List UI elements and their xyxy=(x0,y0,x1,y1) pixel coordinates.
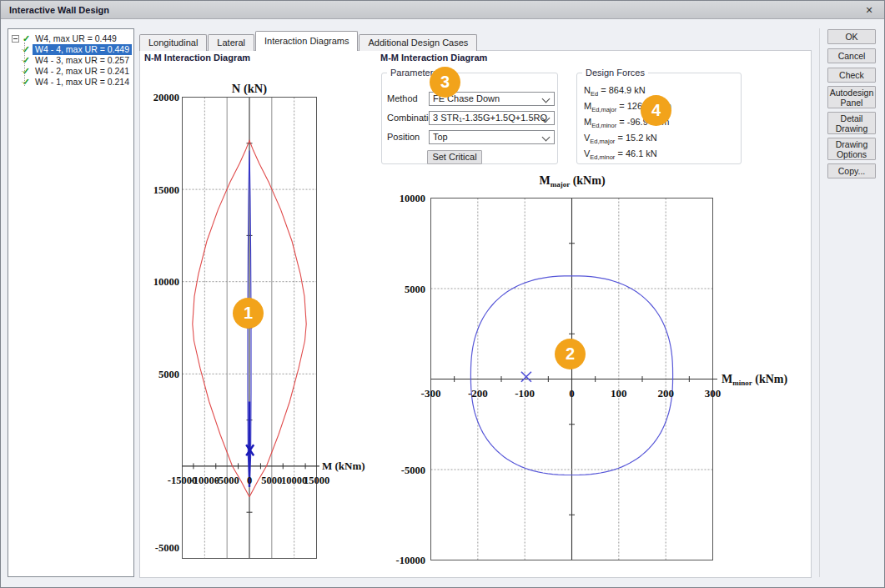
set-critical-button[interactable]: Set Critical xyxy=(427,150,482,164)
check-button[interactable]: Check xyxy=(827,68,876,83)
annotation-badge-4: 4 xyxy=(641,95,671,126)
tab-interaction-diagrams[interactable]: Interaction Diagrams xyxy=(255,31,359,51)
tree-item-label[interactable]: W4 - 1, max UR = 0.214 xyxy=(33,77,132,88)
close-icon[interactable]: ✕ xyxy=(862,3,876,17)
tree-root-row[interactable]: ✓ W4, max UR = 0.449 xyxy=(10,33,132,44)
position-label: Position xyxy=(387,132,420,142)
ok-button[interactable]: OK xyxy=(827,29,876,44)
tree-item[interactable]: ✓ W4 - 4, max UR = 0.449 xyxy=(10,44,132,55)
collapse-toggle-icon[interactable] xyxy=(12,35,19,43)
tab-longitudinal[interactable]: Longitudinal xyxy=(139,34,207,51)
annotation-badge-2: 2 xyxy=(555,339,586,369)
detail-drawing-button[interactable]: Detail Drawing xyxy=(827,112,876,134)
design-forces-legend: Design Forces xyxy=(582,68,648,78)
combination-dropdown[interactable]: 3 STR₁-1.35G+1.5Q+1.5RQ xyxy=(429,111,555,125)
tree-item[interactable]: ✓ W4 - 3, max UR = 0.257 xyxy=(10,55,132,66)
tab-lateral[interactable]: Lateral xyxy=(208,34,254,51)
tree-item[interactable]: ✓ W4 - 1, max UR = 0.214 xyxy=(10,77,132,88)
window-title: Interactive Wall Design xyxy=(1,5,109,15)
tree-item[interactable]: ✓ W4 - 2, max UR = 0.241 xyxy=(10,66,132,77)
button-column-separator xyxy=(819,28,820,577)
nm-diagram-title: N-M Interaction Diagram xyxy=(144,53,250,63)
copy-button[interactable]: Copy... xyxy=(827,163,876,178)
tree-item-label[interactable]: W4 - 2, max UR = 0.241 xyxy=(33,66,132,77)
title-bar: Interactive Wall Design ✕ xyxy=(1,1,884,19)
tree-connector-line xyxy=(24,43,25,86)
tab-additional-design-cases[interactable]: Additional Design Cases xyxy=(359,34,477,51)
mm-diagram-title: M-M Interaction Diagram xyxy=(380,53,487,63)
chevron-down-icon[interactable] xyxy=(542,133,551,142)
annotation-badge-3: 3 xyxy=(430,67,460,98)
design-force-value: VEd,major = 15.2 kN xyxy=(584,133,657,148)
method-label: Method xyxy=(387,93,418,103)
annotation-badge-1: 1 xyxy=(233,298,264,329)
drawing-options-button[interactable]: Drawing Options xyxy=(827,138,876,160)
cancel-button[interactable]: Cancel xyxy=(827,48,876,63)
chevron-down-icon[interactable] xyxy=(542,95,551,103)
position-dropdown[interactable]: Top xyxy=(429,130,555,144)
tab-strip: Longitudinal Lateral Interaction Diagram… xyxy=(139,32,478,51)
interactive-wall-design-dialog: Interactive Wall Design ✕ ✓ W4, max UR =… xyxy=(0,0,885,588)
parameters-groupbox: Parameters Method FE Chase Down Combinat… xyxy=(381,73,558,164)
design-force-value: NEd = 864.9 kN xyxy=(584,85,646,100)
tree-root-label[interactable]: W4, max UR = 0.449 xyxy=(33,33,119,44)
design-force-value: VEd,minor = 46.1 kN xyxy=(584,148,657,163)
autodesign-panel-button[interactable]: Autodesign Panel xyxy=(827,86,876,108)
tree-item-label-selected[interactable]: W4 - 4, max UR = 0.449 xyxy=(33,44,132,55)
wall-tree-panel: ✓ W4, max UR = 0.449 ✓ W4 - 4, max UR = … xyxy=(8,28,134,577)
tree-item-label[interactable]: W4 - 3, max UR = 0.257 xyxy=(33,55,132,66)
